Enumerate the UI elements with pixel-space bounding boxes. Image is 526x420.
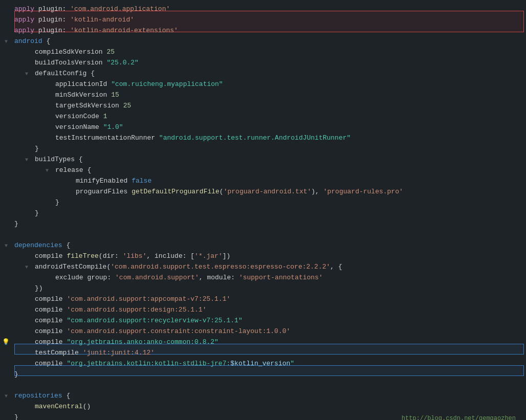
- fold-icon-repositories[interactable]: ▼: [5, 392, 8, 401]
- code-line-5: compileSdkVersion 25: [0, 47, 526, 58]
- code-line-17: minifyEnabled false: [0, 176, 526, 187]
- code-line-3: apply plugin: 'kotlin-android-extensions…: [0, 26, 526, 36]
- fold-icon-androidtest[interactable]: ▼: [25, 263, 28, 272]
- code-line-30: compile "com.android.support:recyclervie…: [0, 316, 526, 326]
- code-line-26: exclude group: 'com.android.support', mo…: [0, 273, 526, 283]
- code-editor: apply plugin: 'com.android.application' …: [0, 0, 526, 420]
- code-line-22: [0, 230, 526, 240]
- fold-icon-release[interactable]: ▼: [46, 167, 49, 175]
- code-line-2: apply plugin: 'kotlin-android': [0, 15, 526, 26]
- code-line-36: [0, 380, 526, 391]
- code-line-9: minSdkVersion 15: [0, 90, 526, 101]
- footer-url: http://blog.csdn.net/gemgaozhen: [402, 415, 516, 420]
- code-line-16: ▼ release {: [0, 165, 526, 176]
- code-line-28: compile 'com.android.support:appcompat-v…: [0, 294, 526, 305]
- code-line-8: applicationId "com.ruicheng.myapplicatio…: [0, 79, 526, 90]
- code-line-23: ▼ dependencies {: [0, 240, 526, 251]
- code-line-24: compile fileTree(dir: 'libs', include: […: [0, 251, 526, 262]
- code-line-14: }: [0, 144, 526, 154]
- fold-icon-dependencies[interactable]: ▼: [5, 242, 8, 250]
- code-line-20: }: [0, 208, 526, 219]
- code-line-4: ▼ android {: [0, 36, 526, 47]
- code-line-25: ▼ androidTestCompile('com.android.suppor…: [0, 262, 526, 273]
- code-line-6: buildToolsVersion "25.0.2": [0, 58, 526, 69]
- code-line-11: versionCode 1: [0, 112, 526, 122]
- code-line-34: compile "org.jetbrains.kotlin:kotlin-std…: [0, 359, 526, 369]
- code-line-35: }: [0, 369, 526, 380]
- code-line-18: proguardFiles getDefaultProguardFile('pr…: [0, 187, 526, 197]
- fold-icon-android[interactable]: ▼: [5, 38, 8, 46]
- code-line-19: }: [0, 197, 526, 208]
- code-line-15: ▼ buildTypes {: [0, 154, 526, 165]
- code-line-13: testInstrumentationRunner "android.suppo…: [0, 133, 526, 144]
- code-line-12: versionName "1.0": [0, 122, 526, 133]
- code-line-1: apply plugin: 'com.android.application': [0, 4, 526, 15]
- code-line-10: targetSdkVersion 25: [0, 101, 526, 112]
- code-line-29: compile 'com.android.support:design:25.1…: [0, 305, 526, 316]
- bulb-icon: 💡: [2, 338, 10, 347]
- code-line-32: 💡 compile "org.jetbrains.anko:anko-commo…: [0, 337, 526, 348]
- fold-icon-buildtypes[interactable]: ▼: [25, 156, 28, 164]
- fold-icon-defaultconfig[interactable]: ▼: [25, 70, 28, 78]
- code-line-27: }): [0, 283, 526, 294]
- code-line-7: ▼ defaultConfig {: [0, 69, 526, 79]
- code-line-38: mavenCentral(): [0, 402, 526, 412]
- code-line-21: }: [0, 219, 526, 230]
- code-line-33: testCompile 'junit:junit:4.12': [0, 348, 526, 359]
- code-line-37: ▼ repositories {: [0, 391, 526, 402]
- code-line-31: compile 'com.android.support.constraint:…: [0, 326, 526, 337]
